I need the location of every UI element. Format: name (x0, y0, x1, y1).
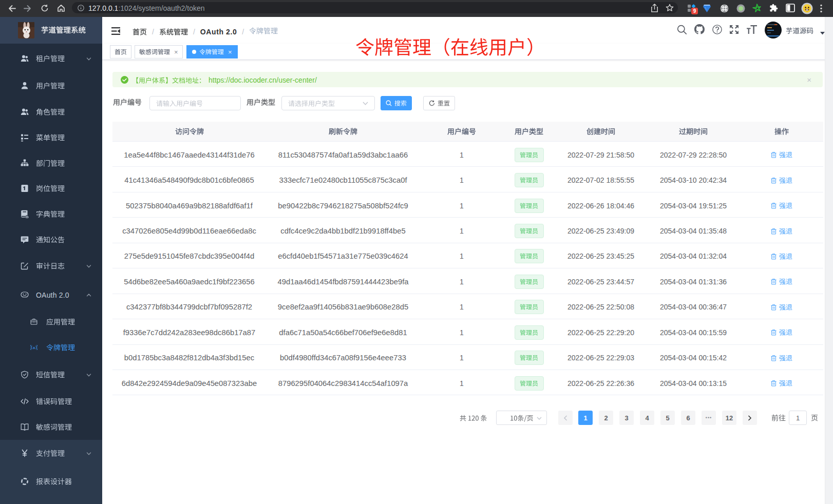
svg-text:9: 9 (693, 8, 696, 14)
svg-text:a: a (33, 345, 35, 350)
